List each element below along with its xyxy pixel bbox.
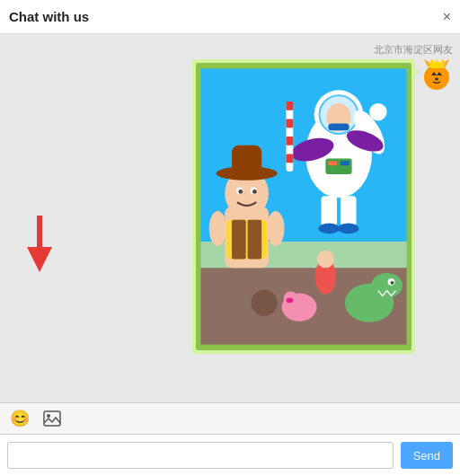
arrow-indicator [27,217,52,272]
svg-rect-43 [287,101,294,110]
svg-rect-13 [341,196,357,226]
avatar [420,59,453,92]
chat-input[interactable] [7,442,394,469]
svg-point-31 [267,211,285,246]
emoji-icon: 😊 [10,409,30,428]
svg-point-55 [435,78,438,81]
message-bubble [192,59,415,354]
svg-rect-60 [44,411,60,426]
svg-point-15 [338,224,358,234]
svg-point-39 [252,290,278,316]
image-button[interactable] [40,406,65,431]
svg-point-29 [252,190,257,194]
svg-rect-21 [232,220,246,260]
svg-rect-46 [287,154,294,163]
sender-name: 北京市海淀区网友 [374,43,453,57]
svg-point-33 [371,273,402,297]
svg-point-48 [424,65,449,90]
svg-marker-58 [436,59,438,62]
chat-image [196,63,411,350]
toolbar: 😊 [0,402,460,435]
svg-rect-16 [325,158,351,174]
svg-rect-22 [248,220,262,260]
toy-story-svg [199,63,409,350]
chat-area: 北京市海淀区网友 [0,34,460,402]
title-bar: Chat with us × [0,0,460,34]
window-title: Chat with us [9,9,89,24]
svg-point-28 [238,190,243,194]
svg-marker-59 [441,59,445,62]
svg-rect-7 [328,123,349,130]
svg-rect-12 [322,196,338,226]
svg-marker-57 [430,59,434,62]
svg-point-38 [287,297,294,303]
svg-rect-44 [287,119,294,128]
svg-rect-17 [328,161,337,165]
svg-point-61 [47,414,50,418]
image-icon [42,409,62,428]
svg-rect-18 [341,161,349,165]
message-row: 北京市海淀区网友 [7,43,453,354]
emoji-button[interactable]: 😊 [7,406,32,431]
svg-rect-56 [429,62,444,68]
input-area: Send [0,435,460,476]
svg-rect-25 [232,145,261,175]
svg-point-30 [209,211,227,246]
svg-point-41 [317,251,335,269]
arrow-down-icon [27,247,52,272]
svg-point-14 [319,224,340,234]
svg-point-35 [391,281,394,285]
svg-point-9 [369,103,387,121]
svg-rect-45 [287,137,294,145]
bubble-wrap [192,59,453,354]
arrow-stem [37,216,42,247]
close-button[interactable]: × [443,10,451,24]
send-button[interactable]: Send [401,442,453,469]
